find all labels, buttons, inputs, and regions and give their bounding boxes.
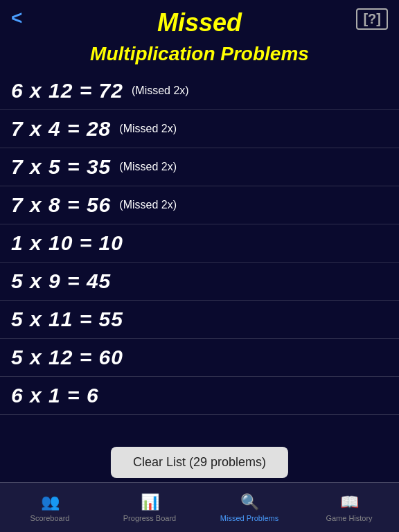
problem-equation: 6 x 12 = 72 xyxy=(11,79,123,103)
problem-equation: 6 x 2 = 12 xyxy=(11,422,111,424)
help-button[interactable]: [?] xyxy=(356,8,388,30)
back-button[interactable]: < xyxy=(11,8,22,28)
nav-label: Game History xyxy=(326,514,372,522)
page-subtitle: Multiplication Problems xyxy=(0,43,399,72)
page-title: Missed xyxy=(157,8,242,37)
problem-row: 7 x 4 = 28(Missed 2x) xyxy=(0,110,399,148)
problem-row: 6 x 1 = 6 xyxy=(0,377,399,415)
missed-count-label: (Missed 2x) xyxy=(132,85,189,97)
nav-label: Progress Board xyxy=(123,514,176,522)
problem-equation: 5 x 12 = 60 xyxy=(11,346,123,369)
problem-equation: 7 x 8 = 56 xyxy=(11,193,111,217)
problem-row: 5 x 11 = 55 xyxy=(0,301,399,339)
missed-count-label: (Missed 2x) xyxy=(119,123,177,135)
problem-equation: 5 x 9 = 45 xyxy=(11,269,111,293)
problem-row: 6 x 12 = 72(Missed 2x) xyxy=(0,72,399,110)
progress-board-icon: 📊 xyxy=(141,493,159,511)
problem-equation: 5 x 11 = 55 xyxy=(11,308,123,331)
clear-list-button[interactable]: Clear List (29 problems) xyxy=(111,447,288,478)
nav-label: Scoreboard xyxy=(30,514,70,522)
missed-count-label: (Missed 2x) xyxy=(119,161,177,173)
nav-item-missed-problems[interactable]: 🔍Missed Problems xyxy=(200,493,299,522)
game-history-icon: 📖 xyxy=(340,493,359,511)
problem-equation: 7 x 5 = 35 xyxy=(11,155,111,179)
nav-item-game-history[interactable]: 📖Game History xyxy=(299,493,399,522)
clear-button-container: Clear List (29 problems) xyxy=(111,447,288,478)
problem-list: 6 x 12 = 72(Missed 2x)7 x 4 = 28(Missed … xyxy=(0,72,399,424)
bottom-navigation: 👥Scoreboard📊Progress Board🔍Missed Proble… xyxy=(0,482,399,532)
problem-equation: 6 x 1 = 6 xyxy=(11,384,99,407)
problem-row: 7 x 8 = 56(Missed 2x) xyxy=(0,186,399,224)
missed-count-label: (Missed 2x) xyxy=(119,199,177,211)
nav-label: Missed Problems xyxy=(220,514,278,522)
nav-item-progress-board[interactable]: 📊Progress Board xyxy=(100,493,200,522)
missed-problems-icon: 🔍 xyxy=(240,493,259,511)
scoreboard-icon: 👥 xyxy=(41,493,60,511)
problem-row: 5 x 12 = 60 xyxy=(0,339,399,377)
problem-equation: 1 x 10 = 10 xyxy=(11,231,123,255)
problem-row: 1 x 10 = 10 xyxy=(0,224,399,263)
nav-item-scoreboard[interactable]: 👥Scoreboard xyxy=(0,493,100,522)
header: < Missed [?] xyxy=(0,0,399,43)
problem-row: 7 x 5 = 35(Missed 2x) xyxy=(0,148,399,186)
problem-row: 5 x 9 = 45 xyxy=(0,263,399,301)
problem-equation: 7 x 4 = 28 xyxy=(11,117,111,141)
problem-row: 6 x 2 = 12 xyxy=(0,415,399,424)
